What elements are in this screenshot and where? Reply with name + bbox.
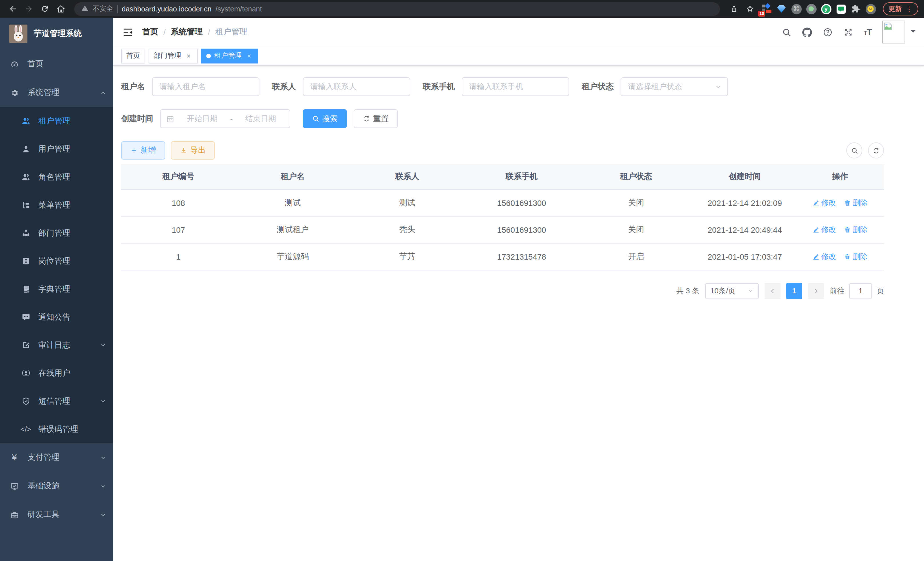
- browser-bookmark-button[interactable]: [743, 2, 757, 16]
- browser-back-button[interactable]: [6, 2, 20, 16]
- cell-tenant-name: 测试租户: [236, 216, 350, 243]
- sidebar-item-sms[interactable]: 短信管理: [0, 387, 113, 415]
- tenant-name-input[interactable]: [152, 77, 260, 96]
- url-path[interactable]: /system/tenant: [215, 5, 262, 13]
- cell-actions: 修改删除: [796, 189, 884, 216]
- sidebar-item-notice[interactable]: 通知公告: [0, 303, 113, 331]
- yen-icon: ¥: [10, 453, 19, 462]
- user-avatar-dropdown[interactable]: [882, 21, 916, 44]
- font-size-button[interactable]: TT: [864, 27, 872, 37]
- tab-dept[interactable]: 部门管理 ×: [148, 48, 198, 63]
- top-navbar: 首页 / 系统管理 / 租户管理: [113, 18, 924, 46]
- delete-link[interactable]: 删除: [844, 251, 867, 262]
- add-button[interactable]: 新增: [121, 141, 165, 159]
- pager-prev-button[interactable]: [765, 283, 781, 299]
- extension-icon-sketch[interactable]: [776, 3, 787, 14]
- sidebar-item-menu[interactable]: 菜单管理: [0, 191, 113, 219]
- table-row: 108 测试 测试 15601691300 关闭 2021-12-14 21:0…: [121, 189, 884, 216]
- sidebar-item-system[interactable]: 系统管理: [0, 78, 113, 107]
- edit-link[interactable]: 修改: [813, 224, 836, 235]
- github-link-button[interactable]: [802, 27, 812, 37]
- trash-icon: [844, 226, 851, 233]
- extension-icon-y-logo[interactable]: y: [820, 3, 831, 14]
- pager-next-button[interactable]: [808, 283, 824, 299]
- toolbox-icon: [10, 510, 19, 519]
- close-icon[interactable]: ×: [245, 52, 253, 60]
- github-icon: [802, 27, 812, 37]
- toggle-search-button[interactable]: [846, 142, 862, 158]
- browser-profile-avatar[interactable]: [865, 3, 876, 14]
- extensions-menu-button[interactable]: [850, 3, 861, 14]
- back-icon: [8, 5, 17, 13]
- insecure-warning-icon[interactable]: [81, 4, 88, 14]
- sidebar-item-post[interactable]: 岗位管理: [0, 247, 113, 275]
- search-button[interactable]: 搜索: [303, 109, 347, 128]
- extension-icon-command[interactable]: ⌘: [791, 3, 802, 14]
- filter-label: 租户名: [121, 81, 145, 92]
- browser-update-button[interactable]: 更新 ⋮: [883, 2, 918, 15]
- delete-link[interactable]: 删除: [844, 224, 867, 235]
- end-date-placeholder[interactable]: 结束日期: [237, 114, 284, 124]
- extension-icon-recorder[interactable]: [806, 3, 817, 14]
- breadcrumb-system[interactable]: 系统管理: [171, 27, 203, 37]
- sidebar-item-role[interactable]: 角色管理: [0, 163, 113, 191]
- trash-icon: [844, 253, 851, 260]
- browser-home-button[interactable]: [54, 2, 68, 16]
- sidebar-item-dept[interactable]: 部门管理: [0, 219, 113, 247]
- browser-share-button[interactable]: [727, 2, 741, 16]
- browser-toolbar: 不安全 dashboard.yudao.iocoder.cn/system/te…: [0, 0, 924, 18]
- sidebar-item-error-code[interactable]: </> 错误码管理: [0, 415, 113, 443]
- filter-label: 联系人: [272, 81, 296, 92]
- tab-tenant[interactable]: 租户管理 ×: [201, 48, 258, 63]
- fullscreen-button[interactable]: [843, 27, 853, 37]
- chevron-down-icon: [100, 454, 106, 461]
- sidebar-logo[interactable]: 芋道管理系统: [0, 18, 113, 50]
- diamond-icon: [777, 5, 786, 13]
- contact-input[interactable]: [303, 77, 410, 96]
- refresh-table-button[interactable]: [868, 142, 884, 158]
- export-button[interactable]: 导出: [171, 141, 215, 159]
- sidebar-collapse-button[interactable]: [113, 18, 142, 46]
- pager-page-1[interactable]: 1: [786, 283, 802, 299]
- security-label[interactable]: 不安全: [93, 4, 113, 14]
- close-icon[interactable]: ×: [184, 52, 193, 60]
- page-size-select[interactable]: 10条/页: [705, 283, 759, 299]
- search-icon: [312, 115, 320, 122]
- sidebar-item-online-user[interactable]: 在线用户: [0, 359, 113, 387]
- tab-home[interactable]: 首页: [121, 48, 145, 63]
- browser-reload-button[interactable]: [38, 2, 51, 16]
- start-date-placeholder[interactable]: 开始日期: [179, 114, 226, 124]
- breadcrumb-home[interactable]: 首页: [142, 27, 158, 37]
- badge-icon: [21, 257, 30, 265]
- cell-actions: 修改删除: [796, 243, 884, 270]
- extension-icon-chat[interactable]: [836, 3, 846, 14]
- sidebar-item-audit-log[interactable]: 审计日志: [0, 331, 113, 359]
- avatar[interactable]: [882, 21, 905, 44]
- address-bar[interactable]: 不安全 dashboard.yudao.iocoder.cn/system/te…: [74, 2, 720, 16]
- status-select[interactable]: 请选择租户状态: [621, 77, 728, 96]
- sidebar-item-devtools[interactable]: 研发工具: [0, 500, 113, 529]
- header-search-button[interactable]: [782, 27, 791, 37]
- reset-button[interactable]: 重置: [354, 109, 398, 128]
- url-host[interactable]: dashboard.yudao.iocoder.cn: [122, 5, 212, 13]
- sidebar-item-home[interactable]: 首页: [0, 50, 113, 78]
- edit-link[interactable]: 修改: [813, 251, 836, 262]
- help-doc-button[interactable]: [823, 27, 832, 37]
- sidebar-item-payment[interactable]: ¥ 支付管理: [0, 443, 113, 472]
- sidebar-item-user[interactable]: 用户管理: [0, 135, 113, 163]
- create-time-range-picker[interactable]: 开始日期 - 结束日期: [160, 109, 290, 128]
- mobile-input[interactable]: [462, 77, 569, 96]
- edit-link[interactable]: 修改: [813, 198, 836, 208]
- sidebar-item-dict[interactable]: 字典管理: [0, 275, 113, 303]
- table-row: 1 芋道源码 芋艿 17321315478 开启 2021-01-05 17:0…: [121, 243, 884, 270]
- browser-forward-button[interactable]: [22, 2, 35, 16]
- edit-log-icon: [21, 341, 30, 349]
- table-row: 107 测试租户 秃头 15601691300 关闭 2021-12-14 20…: [121, 216, 884, 243]
- extension-icon-blocker[interactable]: 10: [761, 3, 772, 14]
- browser-menu-icon[interactable]: ⋮: [906, 5, 913, 13]
- chevron-up-icon: [100, 89, 106, 96]
- delete-link[interactable]: 删除: [844, 198, 867, 208]
- sidebar-item-tenant[interactable]: 租户管理: [0, 107, 113, 135]
- sidebar-item-infrastructure[interactable]: 基础设施: [0, 472, 113, 500]
- page-jump-input[interactable]: [849, 283, 872, 299]
